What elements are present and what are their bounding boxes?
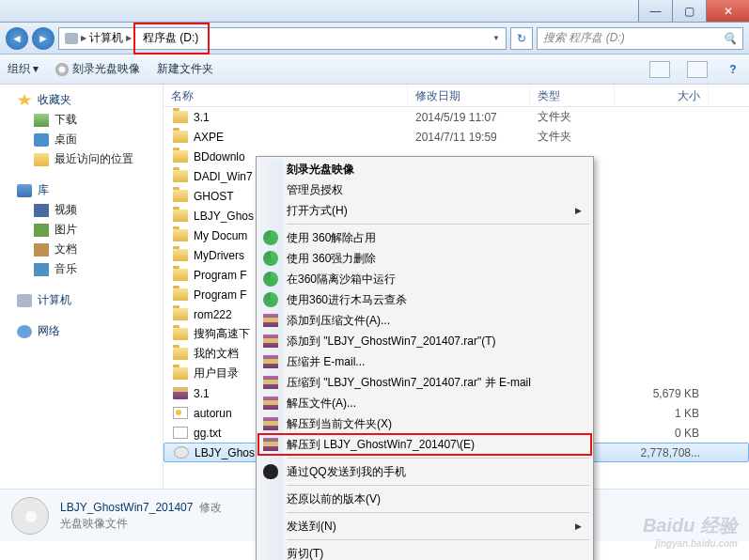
desktop-icon	[34, 133, 49, 147]
menu-item[interactable]: 使用 360解除占用	[258, 227, 591, 248]
menu-item[interactable]: 还原以前的版本(V)	[258, 489, 591, 509]
menu-item[interactable]: 解压文件(A)...	[258, 393, 591, 413]
search-input[interactable]: 搜索 程序盘 (D:) 🔍	[537, 27, 743, 50]
forward-button[interactable]: ►	[32, 27, 55, 50]
file-name: rom222	[194, 308, 232, 321]
nav-label: 计算机	[38, 292, 71, 308]
disc-image-icon	[11, 497, 49, 535]
computer-icon	[65, 33, 78, 44]
file-name: BDdownlo	[194, 150, 245, 163]
breadcrumb-computer[interactable]: ▶ 计算机 ▶	[59, 28, 137, 49]
file-name: MyDrivers	[194, 249, 244, 262]
menu-item[interactable]: 使用360进行木马云查杀	[258, 289, 591, 310]
nav-downloads[interactable]: 下载	[0, 110, 163, 130]
maximize-button[interactable]: ▢	[672, 0, 706, 22]
help-button[interactable]: ?	[725, 63, 741, 76]
menu-item[interactable]: 压缩到 "LBJY_GhostWin7_201407.rar" 并 E-mail	[258, 372, 591, 393]
nav-label: 桌面	[55, 132, 77, 148]
file-name: 我的文档	[194, 346, 239, 362]
file-icon	[173, 170, 188, 182]
file-name: AXPE	[194, 131, 224, 144]
music-icon	[34, 263, 49, 276]
nav-label: 音乐	[55, 261, 77, 277]
recent-icon	[34, 153, 49, 166]
file-icon	[173, 348, 188, 360]
nav-favorites[interactable]: 收藏夹	[0, 90, 163, 110]
view-options-button[interactable]	[649, 61, 670, 78]
column-date[interactable]: 修改日期	[408, 85, 530, 106]
file-row[interactable]: AXPE2014/7/11 19:59文件夹	[164, 127, 749, 147]
nav-music[interactable]: 音乐	[0, 259, 163, 279]
menu-item-icon	[258, 230, 283, 245]
nav-pictures[interactable]: 图片	[0, 220, 163, 240]
details-meta: 修改	[199, 501, 222, 514]
menu-separator	[287, 512, 589, 513]
chevron-right-icon: ▶	[126, 34, 132, 42]
refresh-button[interactable]: ↻	[510, 27, 533, 50]
nav-computer[interactable]: 计算机	[0, 290, 163, 310]
file-icon	[173, 387, 188, 399]
file-name: DADI_Win7	[194, 170, 253, 183]
file-icon	[173, 150, 188, 163]
menu-item[interactable]: 剪切(T)	[258, 543, 591, 560]
nav-recent[interactable]: 最近访问的位置	[0, 149, 163, 169]
menu-item[interactable]: 解压到 LBJY_GhostWin7_201407\(E)	[258, 434, 591, 455]
nav-desktop[interactable]: 桌面	[0, 130, 163, 149]
menu-item[interactable]: 使用 360强力删除	[258, 248, 591, 269]
file-name: autorun	[194, 407, 232, 420]
menu-item[interactable]: 压缩并 E-mail...	[258, 351, 591, 372]
menu-item[interactable]: 解压到当前文件夹(X)	[258, 413, 591, 434]
menu-item-label: 使用360进行木马云查杀	[283, 292, 591, 308]
window-titlebar: — ▢ ✕	[0, 0, 749, 23]
details-filetype: 光盘映像文件	[60, 516, 222, 532]
navigation-pane: 收藏夹 下载 桌面 最近访问的位置 库 视频 图片 文档 音乐 计算机 网络	[0, 85, 164, 489]
preview-pane-button[interactable]	[687, 61, 708, 78]
toolbar: 组织 ▾ 刻录光盘映像 新建文件夹 ?	[0, 54, 749, 85]
nav-videos[interactable]: 视频	[0, 200, 163, 220]
menu-item[interactable]: 通过QQ发送到我的手机	[258, 461, 591, 482]
file-icon	[173, 229, 188, 241]
menu-item[interactable]: 刻录光盘映像	[258, 159, 591, 179]
address-bar[interactable]: ▶ 计算机 ▶ 程序盘 (D:) ▼	[58, 27, 507, 50]
nav-label: 库	[38, 182, 49, 198]
menu-item-icon	[258, 272, 283, 287]
menu-item[interactable]: 在360隔离沙箱中运行	[258, 269, 591, 289]
column-name[interactable]: 名称	[164, 85, 408, 106]
menu-item-label: 解压到 LBJY_GhostWin7_201407\(E)	[283, 437, 591, 453]
menu-item[interactable]: 打开方式(H)▶	[258, 200, 591, 221]
organize-button[interactable]: 组织 ▾	[8, 61, 39, 77]
menu-item[interactable]: 添加到 "LBJY_GhostWin7_201407.rar"(T)	[258, 331, 591, 351]
file-icon	[173, 269, 188, 281]
file-icon	[173, 111, 188, 123]
folder-icon	[34, 114, 49, 127]
file-icon	[173, 190, 188, 202]
breadcrumb-drive[interactable]: 程序盘 (D:)	[137, 28, 204, 49]
nav-libraries[interactable]: 库	[0, 180, 163, 200]
menu-item-icon	[258, 417, 283, 430]
menu-item[interactable]: 添加到压缩文件(A)...	[258, 310, 591, 331]
file-type: 文件夹	[530, 129, 615, 145]
back-button[interactable]: ◄	[6, 27, 28, 50]
burn-image-button[interactable]: 刻录光盘映像	[55, 61, 140, 77]
new-folder-button[interactable]: 新建文件夹	[157, 61, 213, 77]
menu-item-icon	[258, 251, 283, 266]
menu-item[interactable]: 管理员授权	[258, 179, 591, 200]
column-type[interactable]: 类型	[530, 85, 615, 106]
menu-item-label: 还原以前的版本(V)	[283, 491, 591, 507]
file-name: Program F	[194, 269, 247, 282]
star-icon	[17, 94, 32, 107]
file-size: 1 KB	[615, 407, 709, 420]
file-row[interactable]: 3.12014/5/19 11:07文件夹	[164, 107, 749, 127]
nav-network[interactable]: 网络	[0, 321, 163, 341]
close-button[interactable]: ✕	[706, 0, 749, 22]
file-name: gg.txt	[194, 427, 221, 440]
nav-documents[interactable]: 文档	[0, 240, 163, 259]
address-dropdown[interactable]: ▼	[487, 28, 506, 49]
address-bar-row: ◄ ► ▶ 计算机 ▶ 程序盘 (D:) ▼ ↻ 搜索 程序盘 (D:) 🔍	[0, 23, 749, 54]
column-size[interactable]: 大小	[615, 85, 709, 106]
context-menu: 刻录光盘映像管理员授权打开方式(H)▶使用 360解除占用使用 360强力删除在…	[256, 156, 594, 560]
file-icon	[173, 407, 188, 419]
menu-item[interactable]: 发送到(N)▶	[258, 516, 591, 537]
file-icon	[173, 131, 188, 143]
minimize-button[interactable]: —	[638, 0, 672, 22]
